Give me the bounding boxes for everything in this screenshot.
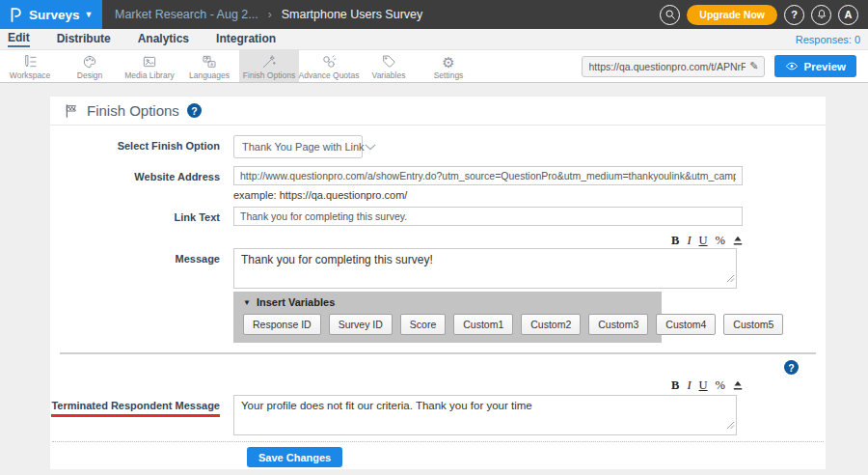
toolbar-item-media-library[interactable]: Media Library bbox=[120, 50, 179, 82]
variable-button-survey-id[interactable]: Survey ID bbox=[329, 314, 393, 335]
terminated-editor-toolbar: B I U % bbox=[233, 378, 743, 392]
nav-tab-integration[interactable]: Integration bbox=[216, 32, 276, 46]
insert-variables-buttons: Response ID Survey ID Score Custom1 Cust… bbox=[243, 314, 652, 335]
caret-down-icon: ▼ bbox=[243, 298, 251, 307]
eye-icon bbox=[785, 61, 799, 71]
nav-tab-distribute[interactable]: Distribute bbox=[57, 32, 111, 46]
survey-url-input[interactable] bbox=[589, 61, 746, 72]
surveys-menu-label: Surveys bbox=[29, 8, 80, 22]
variable-button-custom2[interactable]: Custom2 bbox=[521, 314, 581, 335]
select-chevron-icon bbox=[365, 144, 376, 151]
settings-gear-icon: ⚙ bbox=[442, 54, 454, 70]
finish-option-label: Select Finish Option bbox=[50, 135, 233, 158]
save-changes-button[interactable]: Save Changes bbox=[247, 447, 342, 467]
toolbar-item-variables[interactable]: Variables bbox=[359, 50, 419, 82]
questionpro-logo-icon bbox=[9, 6, 22, 23]
toolbar-item-label: Settings bbox=[434, 70, 464, 80]
breadcrumb-folder[interactable]: Market Research - Aug 2... bbox=[115, 8, 258, 21]
link-text-input[interactable] bbox=[233, 207, 743, 226]
variable-button-score[interactable]: Score bbox=[400, 314, 446, 335]
toolbar-item-languages[interactable]: A Languages bbox=[179, 50, 239, 82]
toolbar-right: ✎ Preview bbox=[582, 50, 868, 82]
header-actions: Upgrade Now ? A bbox=[660, 5, 868, 25]
insert-variables-panel: ▼ Insert Variables Response ID Survey ID… bbox=[233, 292, 662, 343]
finish-options-help-icon[interactable]: ? bbox=[187, 103, 202, 118]
preview-button[interactable]: Preview bbox=[774, 55, 856, 77]
toolbar-item-settings[interactable]: ⚙ Settings bbox=[419, 50, 478, 82]
top-header: Surveys ▼ Market Research - Aug 2... › S… bbox=[0, 0, 868, 29]
variable-button-custom4[interactable]: Custom4 bbox=[656, 314, 716, 335]
italic-button[interactable]: I bbox=[687, 234, 691, 248]
nav-tab-analytics[interactable]: Analytics bbox=[138, 32, 189, 46]
page-title: Finish Options bbox=[87, 102, 179, 119]
insert-variables-toggle[interactable]: ▼ Insert Variables bbox=[243, 296, 652, 308]
terminated-message-textarea[interactable]: Your profile does not fit our criteria. … bbox=[233, 395, 737, 435]
surveys-menu[interactable]: Surveys ▼ bbox=[0, 0, 102, 29]
message-editor-toolbar: B I U % bbox=[233, 234, 743, 247]
toolbar-item-finish-options[interactable]: Finish Options bbox=[239, 50, 299, 82]
avatar-button[interactable]: A bbox=[838, 5, 858, 25]
message-label: Message bbox=[50, 248, 233, 343]
link-text-label: Link Text bbox=[50, 207, 233, 226]
survey-url-field[interactable]: ✎ bbox=[582, 56, 765, 77]
responses-count[interactable]: Responses: 0 bbox=[796, 34, 860, 45]
insert-variables-title: Insert Variables bbox=[257, 296, 335, 308]
workspace-icon bbox=[22, 54, 38, 70]
link-button[interactable]: % bbox=[716, 234, 725, 248]
upgrade-now-button[interactable]: Upgrade Now bbox=[687, 5, 777, 25]
help-button[interactable]: ? bbox=[784, 5, 804, 25]
survey-nav: Edit Distribute Analytics Integration Re… bbox=[0, 29, 868, 50]
search-button[interactable] bbox=[660, 5, 680, 25]
variable-button-custom1[interactable]: Custom1 bbox=[453, 314, 513, 335]
finish-options-icon bbox=[261, 54, 277, 70]
toolbar-item-label: Design bbox=[77, 70, 102, 80]
toolbar-item-label: Finish Options bbox=[243, 70, 295, 80]
chevron-down-icon: ▼ bbox=[85, 10, 94, 19]
svg-text:A: A bbox=[210, 62, 213, 67]
toolbar-item-advance-quotas[interactable]: Advance Quotas bbox=[299, 50, 359, 82]
terminated-section-help-icon[interactable]: ? bbox=[784, 360, 799, 375]
website-address-label: Website Address bbox=[50, 166, 233, 201]
variable-button-response-id[interactable]: Response ID bbox=[243, 314, 321, 335]
panel-header: Finish Options ? bbox=[50, 97, 826, 126]
main-content: Finish Options ? Select Finish Option Th… bbox=[0, 83, 868, 474]
image-upload-button[interactable] bbox=[733, 236, 743, 245]
nav-tab-edit[interactable]: Edit bbox=[8, 31, 30, 47]
website-address-input[interactable] bbox=[233, 166, 743, 185]
image-upload-button[interactable] bbox=[733, 380, 743, 390]
toolbar-item-label: Languages bbox=[189, 70, 230, 80]
variables-icon bbox=[381, 54, 396, 70]
checkered-flag-icon bbox=[64, 103, 79, 119]
breadcrumb: Market Research - Aug 2... › Smartphone … bbox=[115, 8, 422, 21]
bold-button[interactable]: B bbox=[671, 234, 679, 248]
finish-options-form: Select Finish Option Thank You Page with… bbox=[50, 126, 826, 343]
link-button[interactable]: % bbox=[716, 378, 725, 393]
terminated-message-label: Terminated Respondent Message bbox=[50, 395, 233, 435]
search-icon bbox=[665, 9, 676, 20]
toolbar-item-workspace[interactable]: Workspace bbox=[0, 50, 60, 82]
breadcrumb-separator-icon: › bbox=[268, 8, 272, 21]
variable-button-custom5[interactable]: Custom5 bbox=[723, 314, 783, 335]
website-address-hint: example: https://qa.questionpro.com/ bbox=[233, 189, 826, 201]
finish-option-selected-value: Thank You Page with Link bbox=[242, 141, 365, 153]
section-divider bbox=[60, 352, 816, 354]
underline-button[interactable]: U bbox=[699, 234, 708, 248]
toolbar-item-label: Advance Quotas bbox=[299, 70, 360, 80]
languages-icon: A bbox=[202, 54, 217, 70]
resize-grip-icon[interactable] bbox=[726, 269, 735, 287]
resize-grip-icon[interactable] bbox=[726, 416, 735, 433]
edit-url-icon[interactable]: ✎ bbox=[749, 60, 758, 72]
finish-option-select[interactable]: Thank You Page with Link bbox=[233, 135, 363, 158]
notifications-button[interactable] bbox=[811, 5, 831, 25]
variable-button-custom3[interactable]: Custom3 bbox=[588, 314, 648, 335]
media-library-icon bbox=[142, 54, 157, 70]
bold-button[interactable]: B bbox=[671, 378, 679, 393]
underline-button[interactable]: U bbox=[699, 378, 708, 393]
toolbar-item-label: Media Library bbox=[124, 70, 175, 80]
advance-quotas-icon bbox=[321, 54, 337, 70]
message-textarea[interactable]: Thank you for completing this survey! bbox=[233, 248, 737, 289]
italic-button[interactable]: I bbox=[687, 378, 691, 393]
preview-label: Preview bbox=[804, 61, 846, 72]
breadcrumb-survey-title: Smartphone Users Survey bbox=[282, 8, 423, 21]
toolbar-item-design[interactable]: Design bbox=[60, 50, 120, 82]
